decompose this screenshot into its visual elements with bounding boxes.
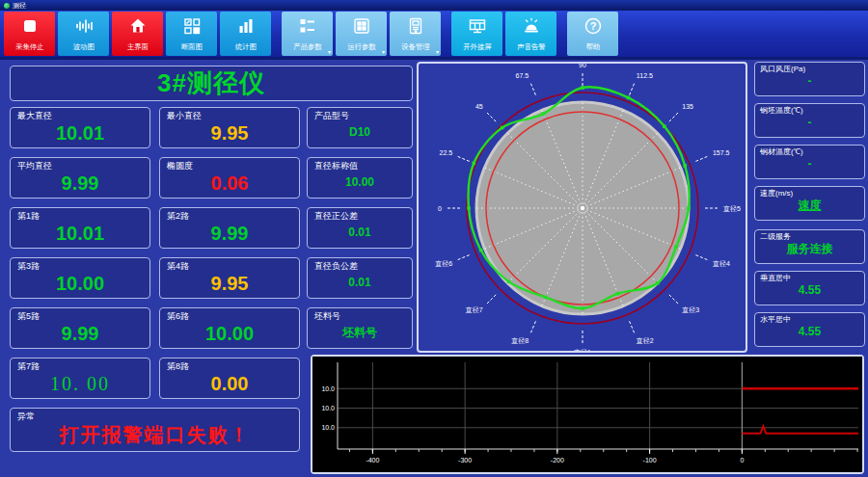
window-title: 测径 <box>13 0 26 11</box>
card-label: 产品型号 <box>314 111 405 120</box>
toolbar-button-label: 统计图 <box>234 41 256 51</box>
card-avg-diameter: 平均直径 9.99 <box>10 157 150 199</box>
gauge-title-panel: 3#测径仪 <box>10 66 413 101</box>
horizontal-center-value: 4.55 <box>760 324 859 339</box>
sidebar-panel-steel-temp: 钢材温度(℃) - <box>754 145 865 179</box>
card-path-5: 第5路 9.99 <box>10 307 150 349</box>
card-label: 直径标称值 <box>314 161 405 171</box>
card-label: 平均直径 <box>17 161 143 171</box>
toolbar-button-section-chart[interactable]: 断面图 <box>166 12 217 56</box>
panel-label: 垂直居中 <box>760 274 859 282</box>
bar-chart-icon <box>236 16 256 36</box>
service-connect-button[interactable]: 服务连接 <box>760 241 859 256</box>
card-value: 9.99 <box>17 171 143 196</box>
svg-text:-400: -400 <box>366 457 379 464</box>
svg-text:10.0: 10.0 <box>321 385 335 392</box>
card-path-6: 第6路 10.00 <box>159 307 300 349</box>
toolbar-button-run-params[interactable]: 运行参数 <box>336 12 387 56</box>
toolbar-button-label: 开外接屏 <box>463 41 491 51</box>
panel-label: 钢材温度(℃) <box>760 147 859 156</box>
toolbar-button-label: 设备管理 <box>401 41 429 51</box>
svg-text:0: 0 <box>740 457 744 464</box>
toolbar-button-help[interactable]: ? 帮助 <box>567 12 618 56</box>
billet-temp-value: - <box>760 115 859 130</box>
monitor-icon <box>468 16 487 36</box>
card-label: 第2路 <box>167 211 292 221</box>
sidebar-panel-air-pressure: 风口风压(Pa) - <box>754 62 865 96</box>
panel-label: 水平居中 <box>760 315 859 324</box>
toolbar-button-label: 断面图 <box>180 41 202 51</box>
card-plus-tolerance: 直径正公差 0.01 <box>307 207 413 249</box>
toolbar-button-product-params[interactable]: 产品参数 <box>282 12 333 56</box>
card-path-3: 第3路 10.00 <box>10 257 150 299</box>
card-label: 异常 <box>17 411 292 421</box>
card-label: 第6路 <box>167 311 292 321</box>
card-label: 最小直径 <box>167 111 292 120</box>
card-value: 9.95 <box>167 120 292 146</box>
steel-temp-value: - <box>760 156 859 172</box>
svg-text:直径4: 直径4 <box>713 260 730 268</box>
card-billet-no: 坯料号 坯料号 <box>307 307 413 349</box>
sidebar-panel-billet-temp: 钢坯温度(℃) - <box>754 103 865 138</box>
stop-icon <box>20 16 40 36</box>
svg-text:-300: -300 <box>458 457 472 464</box>
alarm-message: 打开报警端口失败！ <box>17 421 292 448</box>
card-label: 第8路 <box>167 361 292 371</box>
section-grid-icon <box>182 16 202 36</box>
app-icon <box>4 3 10 9</box>
card-min-diameter: 最小直径 9.95 <box>159 107 300 148</box>
card-path-4: 第4路 9.95 <box>159 257 300 299</box>
card-value: 10.00 <box>17 271 143 296</box>
toolbar-button-label: 帮助 <box>585 41 600 51</box>
toolbar-button-wave-chart[interactable]: 波动图 <box>58 12 109 56</box>
sidebar-panel-vertical-center: 垂直居中 4.55 <box>754 271 865 305</box>
toolbar-button-label: 主界面 <box>126 41 148 51</box>
speed-link[interactable]: 速度 <box>760 198 859 213</box>
cross-section-panel: 022.54567.590112.5135157.5直径5直径4直径3直径2直径… <box>417 62 747 353</box>
svg-text:90: 90 <box>579 64 586 68</box>
toolbar: 采集停止 波动图 主界面 断面图 <box>0 11 868 60</box>
svg-text:直径6: 直径6 <box>435 260 452 268</box>
svg-text:112.5: 112.5 <box>637 72 653 79</box>
window-titlebar: 测径 <box>0 0 868 11</box>
svg-text:直径8: 直径8 <box>511 337 529 345</box>
toolbar-button-stats-chart[interactable]: 统计图 <box>220 12 271 56</box>
svg-text:67.5: 67.5 <box>516 72 529 79</box>
svg-text:直径5: 直径5 <box>723 205 741 213</box>
svg-text:45: 45 <box>475 103 483 110</box>
toolbar-button-label: 声音告警 <box>517 41 545 51</box>
toolbar-button-label: 波动图 <box>72 41 94 51</box>
waveform-icon <box>74 16 94 36</box>
product-params-icon <box>298 16 317 36</box>
card-label: 第1路 <box>17 211 143 221</box>
gauge-title: 3#测径仪 <box>157 66 265 100</box>
panel-label: 风口风压(Pa) <box>760 65 859 73</box>
toolbar-button-main-screen[interactable]: 主界面 <box>112 12 163 56</box>
toolbar-button-label: 采集停止 <box>15 41 43 51</box>
toolbar-button-external-screen[interactable]: 开外接屏 <box>451 12 502 56</box>
toolbar-button-label: 产品参数 <box>293 41 321 51</box>
toolbar-button-sound-alarm[interactable]: 声音告警 <box>505 12 556 56</box>
card-max-diameter: 最大直径 10.01 <box>10 107 150 148</box>
svg-text:直径3: 直径3 <box>682 306 699 314</box>
toolbar-button-device-manage[interactable]: 设备管理 <box>390 12 441 56</box>
run-params-icon <box>352 16 371 36</box>
svg-text:10.0: 10.0 <box>321 405 335 411</box>
card-label: 椭圆度 <box>167 161 292 171</box>
sidebar-panel-horizontal-center: 水平居中 4.55 <box>754 312 865 347</box>
svg-text:?: ? <box>589 20 596 32</box>
trend-chart-panel: -400-300-200-100010.010.010.0 <box>311 355 864 474</box>
card-nominal-diameter: 直径标称值 10.00 <box>307 157 413 199</box>
sidebar-panel-l2-service: 二级服务 服务连接 <box>754 229 865 264</box>
card-value: 10.01 <box>17 221 143 246</box>
svg-text:直径7: 直径7 <box>466 306 483 314</box>
card-value: 坯料号 <box>314 321 405 344</box>
card-path-7: 第7路 10. 00 <box>10 358 150 399</box>
card-value: 9.95 <box>167 271 292 296</box>
card-product-model: 产品型号 D10 <box>307 107 413 148</box>
card-value: 0.01 <box>314 271 405 294</box>
card-label: 第3路 <box>17 261 143 271</box>
svg-text:-200: -200 <box>551 457 564 464</box>
toolbar-button-collect-stop[interactable]: 采集停止 <box>4 12 55 56</box>
svg-text:0: 0 <box>438 205 442 212</box>
